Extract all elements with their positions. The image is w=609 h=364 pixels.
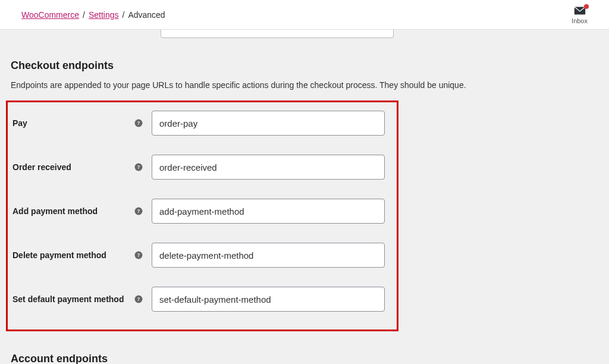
pay-endpoint-input[interactable] bbox=[152, 111, 385, 136]
field-label-text: Add payment method bbox=[12, 206, 98, 216]
field-label-text: Set default payment method bbox=[12, 294, 124, 304]
help-icon[interactable]: ? bbox=[134, 294, 143, 304]
svg-text:?: ? bbox=[137, 120, 140, 126]
field-row-set-default-payment-method: Set default payment method ? bbox=[8, 287, 391, 312]
svg-text:?: ? bbox=[137, 252, 140, 258]
breadcrumb: WooCommerce / Settings / Advanced bbox=[21, 10, 165, 20]
add-payment-method-endpoint-input[interactable] bbox=[152, 199, 385, 224]
field-label-text: Order received bbox=[12, 162, 71, 172]
content-area: Checkout endpoints Endpoints are appende… bbox=[0, 30, 609, 364]
breadcrumb-current: Advanced bbox=[128, 10, 165, 20]
help-icon[interactable]: ? bbox=[134, 250, 143, 260]
checkout-endpoints-heading: Checkout endpoints bbox=[11, 59, 598, 72]
field-row-order-received: Order received ? bbox=[8, 155, 391, 180]
checkout-endpoints-highlight-box: Pay ? Order received ? Add payment metho… bbox=[6, 101, 398, 331]
breadcrumb-separator: / bbox=[83, 10, 85, 20]
account-endpoints-heading: Account endpoints bbox=[11, 353, 598, 364]
field-label-text: Pay bbox=[12, 118, 27, 128]
breadcrumb-root-link[interactable]: WooCommerce bbox=[21, 10, 79, 20]
inbox-button[interactable]: Inbox bbox=[572, 5, 588, 24]
previous-section-input-cut bbox=[161, 30, 394, 38]
breadcrumb-separator: / bbox=[122, 10, 124, 20]
field-row-delete-payment-method: Delete payment method ? bbox=[8, 243, 391, 268]
help-icon[interactable]: ? bbox=[134, 206, 143, 216]
svg-text:?: ? bbox=[137, 296, 140, 302]
inbox-label: Inbox bbox=[572, 17, 588, 24]
field-label: Pay ? bbox=[12, 118, 152, 128]
order-received-endpoint-input[interactable] bbox=[152, 155, 385, 180]
set-default-payment-method-endpoint-input[interactable] bbox=[152, 287, 385, 312]
field-label: Add payment method ? bbox=[12, 206, 152, 216]
checkout-endpoints-description: Endpoints are appended to your page URLs… bbox=[11, 80, 598, 90]
notification-dot bbox=[584, 4, 589, 9]
svg-text:?: ? bbox=[137, 208, 140, 214]
field-label: Set default payment method ? bbox=[12, 294, 152, 304]
field-label-text: Delete payment method bbox=[12, 250, 106, 260]
help-icon[interactable]: ? bbox=[134, 162, 143, 172]
svg-text:?: ? bbox=[137, 164, 140, 170]
field-row-add-payment-method: Add payment method ? bbox=[8, 199, 391, 224]
top-bar: WooCommerce / Settings / Advanced Inbox bbox=[0, 0, 609, 30]
field-label: Delete payment method ? bbox=[12, 250, 152, 260]
delete-payment-method-endpoint-input[interactable] bbox=[152, 243, 385, 268]
help-icon[interactable]: ? bbox=[134, 118, 143, 128]
field-label: Order received ? bbox=[12, 162, 152, 172]
field-row-pay: Pay ? bbox=[8, 111, 391, 136]
breadcrumb-parent-link[interactable]: Settings bbox=[89, 10, 119, 20]
